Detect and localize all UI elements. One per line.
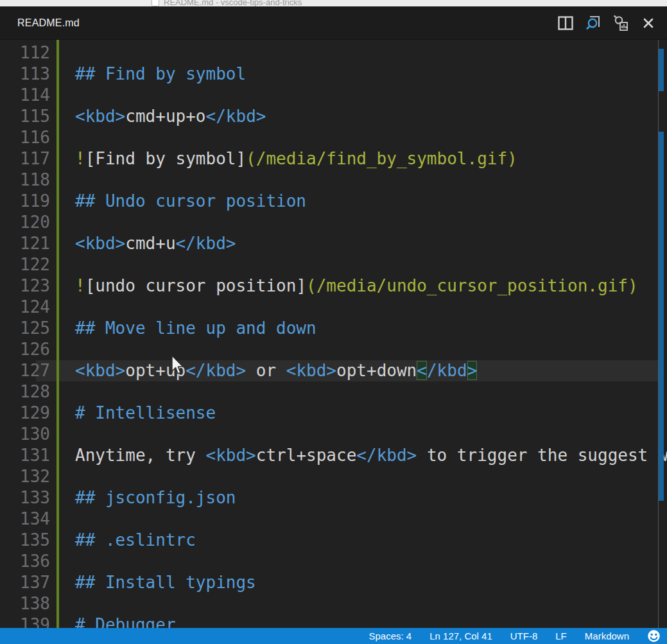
code-text: ## Undo cursor position [75, 191, 306, 212]
code-line[interactable]: 113## Find by symbol [0, 64, 667, 85]
code-line[interactable]: 123![undo cursor position](/media/undo_c… [0, 275, 667, 297]
code-text: Anytime, try <kbd>ctrl+space</kbd> to tr… [75, 445, 667, 466]
code-line[interactable]: 125## Move line up and down [0, 318, 667, 339]
status-item[interactable]: Ln 127, Col 41 [429, 631, 492, 641]
line-number: 128 [0, 381, 50, 403]
code-text: # Debugger [75, 614, 176, 628]
code-text: ## .eslintrc [75, 530, 196, 551]
code-line[interactable]: 128 [0, 381, 667, 403]
line-number: 139 [0, 614, 50, 628]
code-text: ## Move line up and down [75, 318, 316, 339]
macos-titlebar: README.md - vscode-tips-and-tricks [0, 0, 667, 6]
code-line[interactable]: 127<kbd>opt+up</kbd> or <kbd>opt+down</k… [0, 360, 667, 381]
code-text: ## Find by symbol [75, 64, 246, 85]
line-number: 120 [0, 212, 50, 233]
code-line[interactable]: 135## .eslintrc [0, 530, 667, 551]
line-number: 136 [0, 551, 50, 572]
code-line[interactable]: 112 [0, 42, 667, 64]
file-title: README.md [17, 17, 80, 29]
code-line[interactable]: 139# Debugger [0, 614, 667, 628]
code-text: <kbd>cmd+up+o</kbd> [75, 106, 266, 127]
line-number: 118 [0, 170, 50, 191]
code-line[interactable]: 118 [0, 170, 667, 191]
status-items: Spaces: 4Ln 127, Col 41UTF-8LFMarkdown [368, 631, 629, 641]
code-line[interactable]: 137## Install typings [0, 572, 667, 593]
editor-actions [557, 15, 667, 31]
line-number: 135 [0, 530, 50, 551]
code-line[interactable]: 130 [0, 424, 667, 445]
code-text: ![undo cursor position](/media/undo_curs… [75, 275, 638, 297]
preview-source-icon[interactable] [612, 15, 629, 31]
line-number: 123 [0, 275, 50, 297]
line-number: 130 [0, 424, 50, 445]
code-text: <kbd>cmd+u</kbd> [75, 233, 236, 254]
line-number: 127 [0, 360, 50, 381]
code-line[interactable]: 133## jsconfig.json [0, 487, 667, 509]
code-line[interactable]: 126 [0, 339, 667, 360]
line-number: 126 [0, 339, 50, 360]
line-number: 122 [0, 254, 50, 275]
code-text: # Intellisense [75, 403, 216, 424]
code-line[interactable]: 120 [0, 212, 667, 233]
close-icon[interactable] [640, 15, 657, 31]
document-icon [152, 0, 159, 6]
line-number: 131 [0, 445, 50, 466]
code-line[interactable]: 121<kbd>cmd+u</kbd> [0, 233, 667, 254]
line-number: 138 [0, 593, 50, 614]
window-title: README.md - vscode-tips-and-tricks [164, 0, 302, 6]
line-number: 117 [0, 148, 50, 170]
overview-ruler-mark [659, 132, 664, 501]
code-line[interactable]: 131Anytime, try <kbd>ctrl+space</kbd> to… [0, 445, 667, 466]
code-text: <kbd>opt+up</kbd> or <kbd>opt+down</kbd> [75, 360, 477, 381]
editor-title-bar: README.md [0, 6, 667, 40]
line-number: 133 [0, 487, 50, 509]
feedback-smiley-icon[interactable] [647, 629, 661, 643]
git-added-indicator [56, 40, 59, 628]
code-lines: 112113## Find by symbol114115<kbd>cmd+up… [0, 42, 667, 628]
code-line[interactable]: 116 [0, 127, 667, 148]
code-line[interactable]: 122 [0, 254, 667, 275]
line-number: 115 [0, 106, 50, 127]
overview-ruler-mark [659, 49, 664, 91]
code-line[interactable]: 138 [0, 593, 667, 614]
line-number: 129 [0, 403, 50, 424]
code-line[interactable]: 115<kbd>cmd+up+o</kbd> [0, 106, 667, 127]
status-item[interactable]: LF [555, 631, 567, 641]
code-line[interactable]: 117![Find by symbol](/media/find_by_symb… [0, 148, 667, 170]
open-preview-icon[interactable] [585, 15, 602, 31]
line-number: 114 [0, 85, 50, 106]
code-line[interactable]: 134 [0, 509, 667, 530]
line-number: 112 [0, 42, 50, 64]
split-editor-icon[interactable] [557, 15, 574, 31]
line-number: 113 [0, 64, 50, 85]
line-number: 125 [0, 318, 50, 339]
status-item[interactable]: Markdown [585, 631, 629, 641]
code-line[interactable]: 136 [0, 551, 667, 572]
code-line[interactable]: 114 [0, 85, 667, 106]
status-bar: Spaces: 4Ln 127, Col 41UTF-8LFMarkdown [0, 628, 667, 644]
code-text: ![Find by symbol](/media/find_by_symbol.… [75, 148, 517, 170]
code-text: ## jsconfig.json [75, 487, 236, 509]
status-item[interactable]: UTF-8 [510, 631, 538, 641]
line-number: 132 [0, 466, 50, 487]
line-number: 134 [0, 509, 50, 530]
code-line[interactable]: 132 [0, 466, 667, 487]
line-number: 119 [0, 191, 50, 212]
status-item[interactable]: Spaces: 4 [368, 631, 411, 641]
code-line[interactable]: 124 [0, 297, 667, 318]
code-line[interactable]: 129# Intellisense [0, 403, 667, 424]
line-number: 116 [0, 127, 50, 148]
line-number: 124 [0, 297, 50, 318]
code-line[interactable]: 119## Undo cursor position [0, 191, 667, 212]
code-text: ## Install typings [75, 572, 256, 593]
line-number: 137 [0, 572, 50, 593]
editor-pane[interactable]: 112113## Find by symbol114115<kbd>cmd+up… [0, 40, 667, 628]
line-number: 121 [0, 233, 50, 254]
